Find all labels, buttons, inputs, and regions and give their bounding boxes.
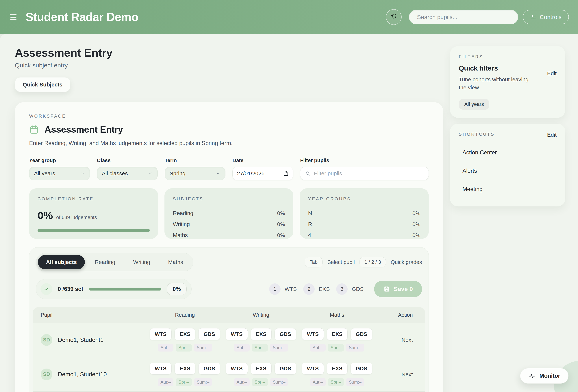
- term-badge-sum: Sum:–: [346, 378, 364, 386]
- global-search[interactable]: [409, 10, 518, 24]
- grade-gds-button[interactable]: GDS: [275, 363, 296, 375]
- maths-cell: WTS EXS GDS Aut:– Spr:– Sum:–: [299, 328, 375, 351]
- controls-label: Controls: [540, 14, 562, 20]
- app-header: Student Radar Demo Controls: [0, 0, 578, 34]
- term-select[interactable]: Spring: [165, 167, 225, 180]
- main-panel: Assessment Entry Quick subject entry Qui…: [0, 34, 578, 392]
- grade-exs-button[interactable]: EXS: [327, 328, 348, 340]
- filter-pupils-box[interactable]: [300, 167, 429, 180]
- grade-exs-button[interactable]: EXS: [327, 363, 348, 375]
- term-badge-sum: Sum:–: [270, 378, 288, 386]
- workspace-eyebrow: WORKSPACE: [29, 114, 429, 119]
- grade-wts-button[interactable]: WTS: [302, 363, 324, 375]
- notifications-button[interactable]: [386, 9, 402, 25]
- year-group-value: All years: [34, 170, 55, 177]
- term-badge-spr: Spr:–: [252, 344, 268, 351]
- calendar-icon: [29, 125, 39, 135]
- grade-exs-button[interactable]: EXS: [175, 363, 195, 375]
- date-input[interactable]: 27/01/2026: [232, 167, 293, 180]
- grade-exs-button[interactable]: EXS: [175, 328, 195, 340]
- tab-maths[interactable]: Maths: [160, 255, 191, 269]
- term-badge-aut: Aut:–: [234, 344, 250, 351]
- pupil-name: Demo1, Student10: [58, 371, 107, 378]
- term-badge-aut: Aut:–: [158, 344, 173, 351]
- next-link[interactable]: Next: [375, 337, 417, 343]
- select-pupil-hint: Select pupil: [327, 259, 355, 265]
- filters-eyebrow: FILTERS: [459, 54, 557, 59]
- col-action: Action: [375, 312, 417, 318]
- term-badge-spr: Spr:–: [176, 378, 192, 386]
- grade-exs-button[interactable]: EXS: [251, 363, 272, 375]
- grade-exs-button[interactable]: EXS: [251, 328, 272, 340]
- term-badge-aut: Aut:–: [234, 378, 250, 386]
- bell-icon: [390, 13, 397, 20]
- filters-edit-button[interactable]: Edit: [547, 70, 557, 77]
- grade-wts-button[interactable]: WTS: [226, 363, 248, 375]
- next-link[interactable]: Next: [375, 371, 417, 378]
- set-count: 0 /639 set: [58, 286, 83, 292]
- shortcuts-card: SHORTCUTS Edit Action Center Alerts Meet…: [450, 124, 565, 206]
- grade-gds-button[interactable]: GDS: [198, 328, 220, 340]
- avatar: SD: [41, 369, 52, 380]
- term-badge-spr: Spr:–: [252, 378, 268, 386]
- grade-wts-button[interactable]: WTS: [150, 363, 172, 375]
- filter-pupils-input[interactable]: [314, 170, 424, 177]
- subject-stat-row: Maths0%: [173, 230, 285, 241]
- year-groups-card: YEAR GROUPS N0% R0% 40%: [300, 188, 429, 239]
- tab-writing[interactable]: Writing: [125, 255, 158, 269]
- completion-rate-card: COMPLETION RATE 0% of 639 judgements: [29, 188, 158, 239]
- year-group-select[interactable]: All years: [29, 167, 90, 180]
- table-header: Pupil Reading Writing Maths Action: [33, 307, 425, 323]
- shortcut-action-center[interactable]: Action Center: [459, 144, 557, 162]
- controls-button[interactable]: Controls: [523, 10, 569, 24]
- class-field: Class All classes: [97, 157, 158, 180]
- col-maths: Maths: [299, 312, 375, 318]
- app-title: Student Radar Demo: [26, 10, 138, 24]
- grade-gds-button[interactable]: GDS: [350, 363, 372, 375]
- tab-all-subjects[interactable]: All subjects: [38, 255, 85, 269]
- writing-cell: WTS EXS GDS Aut:– Spr:– Sum:–: [223, 328, 299, 351]
- grade-wts-button[interactable]: WTS: [150, 328, 172, 340]
- grade-gds-button[interactable]: GDS: [350, 328, 372, 340]
- right-sidebar: FILTERS Quick filters Tune cohorts witho…: [450, 46, 565, 206]
- save-button[interactable]: Save 0: [374, 281, 422, 297]
- writing-cell: WTS EXS GDS Aut:– Spr:– Sum:–: [223, 363, 299, 386]
- search-input[interactable]: [417, 14, 510, 20]
- entry-progress-percent: 0%: [167, 283, 187, 295]
- pupil-name: Demo1, Student1: [58, 337, 103, 343]
- grade-wts-button[interactable]: WTS: [302, 328, 324, 340]
- year-group-stat-row: N0%: [308, 208, 420, 219]
- shortcuts-eyebrow: SHORTCUTS: [459, 132, 495, 137]
- date-field: Date 27/01/2026: [232, 157, 293, 180]
- term-field: Term Spring: [165, 157, 225, 180]
- table-row: SD Demo1, Student1 WTS EXS GDS: [33, 323, 425, 357]
- menu-icon[interactable]: [10, 13, 19, 21]
- pupil-table: Pupil Reading Writing Maths Action SD De…: [33, 307, 425, 392]
- term-badge-sum: Sum:–: [194, 344, 212, 351]
- class-select[interactable]: All classes: [97, 167, 158, 180]
- term-badge-spr: Spr:–: [328, 378, 344, 386]
- quick-filters-description: Tune cohorts without leaving the view.: [459, 75, 536, 91]
- grade-gds-button[interactable]: GDS: [198, 363, 220, 375]
- all-years-chip[interactable]: All years: [459, 99, 489, 110]
- grade-shortcut-legend: 1 WTS 2 EXS 3 GDS: [269, 281, 422, 297]
- grade-wts-button[interactable]: WTS: [226, 328, 248, 340]
- shortcuts-edit-button[interactable]: Edit: [547, 132, 557, 138]
- table-row: SD Demo1, Student10 WTS EXS GDS: [33, 357, 425, 392]
- quick-subjects-button[interactable]: Quick Subjects: [15, 77, 70, 92]
- shortcut-meeting[interactable]: Meeting: [459, 180, 557, 198]
- monitor-button[interactable]: Monitor: [520, 368, 569, 384]
- filter-row: Year group All years Class All classes: [29, 157, 429, 180]
- workspace-description: Enter Reading, Writing, and Maths judgem…: [29, 140, 429, 147]
- date-label: Date: [232, 157, 293, 163]
- date-value: 27/01/2026: [237, 170, 264, 177]
- term-badge-aut: Aut:–: [310, 344, 326, 351]
- subjects-card: SUBJECTS Reading0% Writing0% Maths0%: [164, 188, 293, 239]
- col-writing: Writing: [223, 312, 299, 318]
- shortcut-alerts[interactable]: Alerts: [459, 162, 557, 180]
- quick-filters-card: FILTERS Quick filters Tune cohorts witho…: [450, 46, 565, 118]
- tab-reading[interactable]: Reading: [87, 255, 123, 269]
- completion-progress-bar: [38, 229, 150, 232]
- grade-gds-button[interactable]: GDS: [275, 328, 296, 340]
- year-groups-eyebrow: YEAR GROUPS: [308, 196, 420, 201]
